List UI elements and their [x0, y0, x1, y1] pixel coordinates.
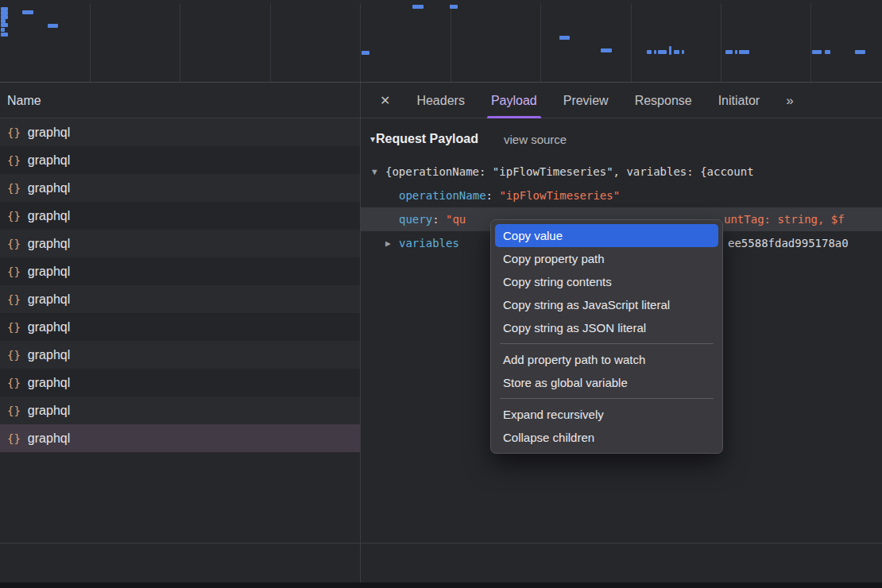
tree-row-operation-name[interactable]: operationName: "ipFlowTimeseries" [361, 184, 882, 207]
request-name: graphql [28, 292, 70, 307]
fetch-braces-icon: {} [7, 238, 21, 250]
timeline-activity-bar [739, 50, 749, 54]
menu-item[interactable]: Store as global variable [495, 371, 718, 394]
request-row[interactable]: {}graphql [0, 202, 360, 230]
request-payload-section-header: ▾ Request Payload view source [361, 118, 882, 160]
request-row[interactable]: {}graphql [0, 341, 360, 369]
fetch-braces-icon: {} [7, 182, 21, 195]
timeline-activity-bar [559, 36, 570, 40]
colon: : [486, 189, 500, 202]
property-key: operationName [399, 189, 486, 202]
expand-triangle-icon[interactable]: ▼ [372, 167, 385, 177]
request-row[interactable]: {}graphql [0, 369, 360, 397]
timeline-activity-bar [48, 24, 58, 28]
timeline-activity-bar [682, 50, 684, 54]
request-row[interactable]: {}graphql [0, 146, 360, 174]
menu-item[interactable]: Add property path to watch [495, 348, 718, 371]
detail-tabs: ✕ Headers Payload Preview Response Initi… [361, 83, 882, 118]
close-icon[interactable]: ✕ [380, 93, 390, 108]
timeline-gridline [540, 3, 541, 82]
request-row[interactable]: {}graphql [0, 313, 360, 341]
request-row[interactable]: {}graphql [0, 174, 360, 202]
tree-row-root[interactable]: ▼{operationName: "ipFlowTimeseries", var… [361, 160, 882, 184]
request-name: graphql [28, 348, 70, 362]
request-name: graphql [28, 265, 70, 279]
fetch-braces-icon: {} [7, 349, 21, 362]
variables-preview-continued: ee5588fdad995178a0 [728, 231, 849, 255]
tab-initiator[interactable]: Initiator [718, 83, 760, 118]
property-key: variables [399, 237, 459, 250]
request-name: graphql [28, 181, 70, 195]
header-strip: Name ✕ Headers Payload Preview Response … [0, 83, 882, 118]
request-name: graphql [28, 431, 70, 446]
request-row[interactable]: {}graphql [0, 424, 360, 452]
request-row[interactable]: {}graphql [0, 285, 360, 313]
request-list: {}graphql{}graphql{}graphql{}graphql{}gr… [0, 118, 360, 452]
property-value: "qu [446, 213, 466, 226]
request-name: graphql [28, 126, 70, 140]
timeline-activity-bar [825, 50, 830, 54]
fetch-braces-icon: {} [7, 154, 21, 167]
request-row[interactable]: {}graphql [0, 118, 360, 146]
colon: : [432, 213, 446, 226]
request-name: graphql [28, 237, 70, 251]
menu-item[interactable]: Copy value [495, 224, 718, 247]
timeline-activity-bar [855, 50, 865, 54]
timeline-activity-bar [647, 50, 652, 54]
timeline-activity-bar [601, 48, 612, 52]
devtools-network-window: Name ✕ Headers Payload Preview Response … [0, 0, 882, 588]
timeline-activity-bar [725, 50, 733, 54]
request-row[interactable]: {}graphql [0, 230, 360, 257]
timeline-gridline [451, 3, 451, 82]
view-source-link[interactable]: view source [504, 133, 567, 146]
timeline-activity-bar [669, 46, 671, 55]
request-row[interactable]: {}graphql [0, 397, 360, 424]
fetch-braces-icon: {} [7, 432, 21, 445]
more-tabs-icon[interactable]: » [786, 93, 792, 109]
timeline-gridline [810, 3, 811, 82]
expand-triangle-icon[interactable]: ▶ [385, 238, 399, 249]
timeline-activity-bar [658, 50, 667, 54]
fetch-braces-icon: {} [7, 126, 21, 139]
request-name: graphql [28, 320, 70, 335]
request-name: graphql [28, 209, 70, 223]
menu-item[interactable]: Collapse children [495, 426, 718, 449]
fetch-braces-icon: {} [7, 404, 21, 417]
tab-headers[interactable]: Headers [416, 83, 464, 118]
section-title: Request Payload [376, 132, 478, 146]
menu-separator [500, 398, 714, 399]
timeline-activity-bar [735, 50, 737, 54]
timeline-gridline [631, 3, 632, 82]
request-row[interactable]: {}graphql [0, 257, 360, 285]
root-object-preview: {operationName: "ipFlowTimeseries", vari… [385, 165, 754, 178]
fetch-braces-icon: {} [7, 293, 21, 306]
timeline-activity-bar [1, 23, 8, 27]
timeline-activity-bar [450, 5, 458, 9]
tab-payload[interactable]: Payload [491, 83, 537, 118]
fetch-braces-icon: {} [7, 265, 21, 278]
request-name: graphql [28, 404, 70, 418]
menu-item[interactable]: Copy string as JSON literal [495, 316, 718, 339]
menu-item[interactable]: Expand recursively [495, 403, 718, 426]
menu-item[interactable]: Copy property path [495, 247, 718, 270]
section-collapse-triangle-icon[interactable]: ▾ [370, 133, 375, 145]
tab-response[interactable]: Response [635, 83, 692, 118]
tab-preview[interactable]: Preview [563, 83, 609, 118]
timeline-activity-bar [654, 50, 656, 54]
property-value: "ipFlowTimeseries" [499, 189, 620, 202]
timeline-activity-bar [674, 50, 679, 54]
timeline-gridline [360, 3, 361, 82]
menu-item[interactable]: Copy string as JavaScript literal [495, 293, 718, 316]
menu-separator [500, 343, 714, 344]
name-column-header[interactable]: Name [7, 83, 41, 118]
fetch-braces-icon: {} [7, 321, 21, 334]
request-name: graphql [28, 153, 70, 168]
timeline-gridline [270, 3, 271, 82]
fetch-braces-icon: {} [7, 210, 21, 222]
window-bottom-edge [0, 582, 882, 588]
fetch-braces-icon: {} [7, 377, 21, 389]
network-overview-timeline[interactable] [0, 0, 882, 83]
timeline-activity-bar [412, 5, 424, 9]
menu-item[interactable]: Copy string contents [495, 270, 718, 293]
timeline-gridline [180, 3, 180, 82]
